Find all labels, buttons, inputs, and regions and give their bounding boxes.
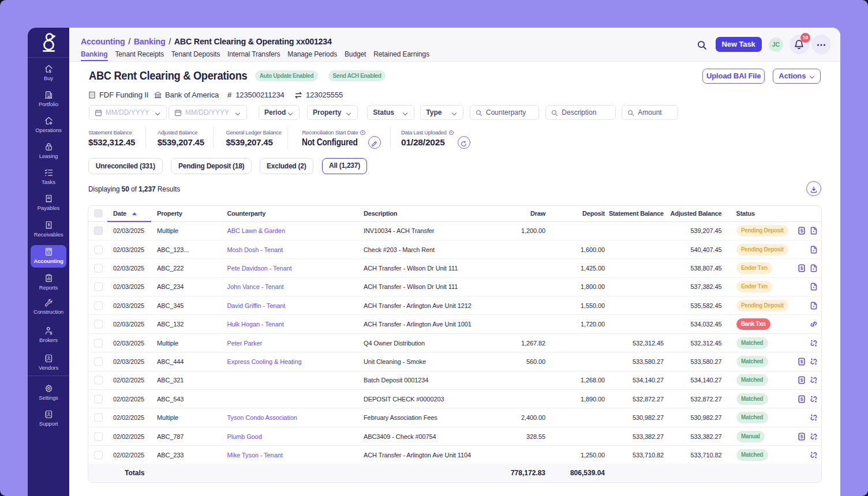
svg-text:$: $	[47, 223, 50, 227]
svg-text:$: $	[800, 265, 803, 271]
svg-text:$: $	[800, 228, 803, 234]
svg-text:$: $	[800, 434, 803, 439]
svg-text:$: $	[50, 331, 52, 336]
svg-text:$: $	[800, 396, 803, 402]
svg-text:$: $	[800, 378, 803, 384]
svg-text:$: $	[800, 359, 803, 365]
svg-text:$: $	[48, 69, 51, 73]
